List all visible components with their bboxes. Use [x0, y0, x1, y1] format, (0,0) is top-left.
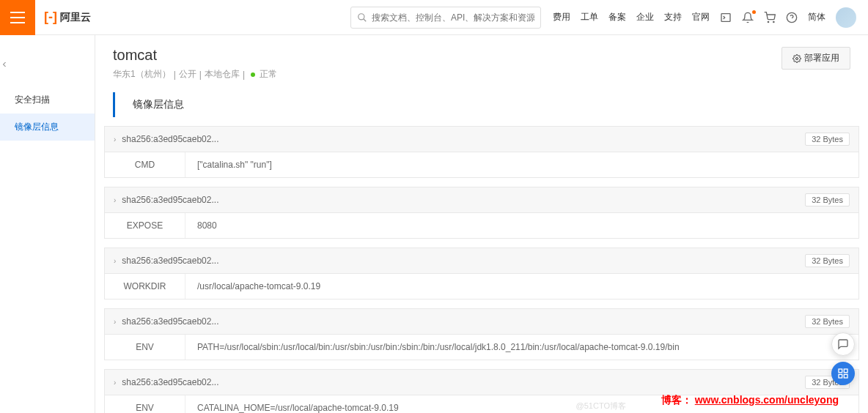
chevron-right-icon: ›	[114, 257, 116, 265]
logo-icon: [-]	[44, 10, 57, 25]
svg-rect-13	[844, 374, 847, 378]
layer-cmd-label: ENV	[105, 395, 185, 413]
layer-size-badge: 32 Bytes	[805, 315, 850, 328]
back-button[interactable]	[0, 57, 95, 72]
watermark: 博客： www.cnblogs.com/uncleyong	[661, 394, 839, 407]
layer-body: EXPOSE 8080	[105, 213, 858, 238]
search-input[interactable]	[372, 12, 534, 23]
layer-item: › sha256:a3ed95caeb02... 32 Bytes WORKDI…	[104, 248, 859, 299]
layer-size-badge: 32 Bytes	[805, 193, 850, 206]
layer-cmd-value: PATH=/usr/local/sbin:/usr/local/bin:/usr…	[185, 335, 858, 360]
chat-icon	[837, 338, 849, 350]
layer-hash: sha256:a3ed95caeb02...	[122, 377, 805, 387]
watermark-url: www.cnblogs.com/uncleyong	[695, 394, 839, 406]
page-meta: 华东1（杭州） | 公开 | 本地仓库 | 正常	[113, 68, 277, 81]
cart-icon[interactable]	[764, 12, 776, 23]
nav-support[interactable]: 支持	[664, 11, 682, 23]
svg-point-0	[358, 13, 364, 19]
svg-line-1	[364, 18, 367, 21]
gear-icon	[792, 54, 801, 63]
nav-enterprise[interactable]: 企业	[636, 11, 654, 23]
sidebar-item-security-scan[interactable]: 安全扫描	[0, 86, 95, 114]
layer-hash: sha256:a3ed95caeb02...	[122, 256, 805, 266]
layer-header[interactable]: › sha256:a3ed95caeb02... 32 Bytes	[105, 248, 858, 274]
layer-body: ENV PATH=/usr/local/sbin:/usr/local/bin:…	[105, 335, 858, 360]
float-chat-button[interactable]	[831, 332, 855, 356]
chevron-right-icon: ›	[114, 196, 116, 204]
layer-cmd-label: EXPOSE	[105, 213, 185, 238]
nav-beian[interactable]: 备案	[608, 11, 626, 23]
notification-icon[interactable]	[742, 12, 754, 23]
layer-item: › sha256:a3ed95caeb02... 32 Bytes CMD ["…	[104, 126, 859, 178]
nav-website[interactable]: 官网	[692, 11, 710, 23]
svg-rect-2	[721, 13, 730, 21]
chevron-right-icon: ›	[114, 379, 116, 387]
watermark-label: 博客：	[661, 394, 692, 406]
meta-repo-type: 本地仓库	[205, 68, 240, 81]
layer-cmd-label: CMD	[105, 152, 185, 177]
svg-rect-14	[839, 374, 842, 378]
layer-header[interactable]: › sha256:a3ed95caeb02... 32 Bytes	[105, 309, 858, 335]
float-apps-button[interactable]	[831, 362, 855, 385]
svg-point-7	[796, 57, 798, 59]
layer-item: › sha256:a3ed95caeb02... 32 Bytes ENV PA…	[104, 308, 859, 360]
layer-body: CMD ["catalina.sh" "run"]	[105, 152, 858, 177]
menu-toggle-button[interactable]	[0, 0, 35, 35]
layer-hash: sha256:a3ed95caeb02...	[122, 134, 805, 144]
hamburger-icon	[10, 12, 25, 23]
brand-logo[interactable]: [-] 阿里云	[44, 10, 91, 25]
layer-size-badge: 32 Bytes	[805, 133, 850, 146]
svg-rect-12	[844, 369, 847, 373]
section-title: 镜像层信息	[113, 92, 868, 117]
nav-lang[interactable]: 简体	[808, 11, 825, 23]
meta-region: 华东1（杭州）	[113, 68, 171, 81]
help-icon[interactable]	[786, 12, 798, 23]
svg-rect-11	[839, 369, 842, 373]
layer-cmd-value: ["catalina.sh" "run"]	[185, 152, 858, 177]
nav-fee[interactable]: 费用	[553, 11, 570, 23]
layer-cmd-value: /usr/local/apache-tomcat-9.0.19	[185, 274, 858, 299]
deploy-button[interactable]: 部署应用	[781, 47, 850, 70]
sidebar-item-layer-info[interactable]: 镜像层信息	[0, 114, 95, 141]
chevron-right-icon: ›	[114, 135, 116, 144]
layer-size-badge: 32 Bytes	[805, 254, 850, 267]
meta-status: 正常	[260, 68, 277, 81]
layer-cmd-label: ENV	[105, 335, 185, 360]
watermark-faint: @51CTO博客	[576, 401, 626, 412]
terminal-icon[interactable]	[720, 12, 732, 23]
notification-badge	[752, 10, 756, 14]
layer-body: WORKDIR /usr/local/apache-tomcat-9.0.19	[105, 274, 858, 299]
layer-hash: sha256:a3ed95caeb02...	[122, 195, 805, 205]
layer-header[interactable]: › sha256:a3ed95caeb02... 32 Bytes	[105, 187, 858, 213]
page-title: tomcat	[113, 47, 277, 64]
svg-point-3	[768, 21, 768, 22]
layer-header[interactable]: › sha256:a3ed95caeb02... 32 Bytes	[105, 370, 858, 395]
search-icon	[357, 12, 367, 23]
layer-header[interactable]: › sha256:a3ed95caeb02... 32 Bytes	[105, 127, 858, 152]
avatar[interactable]	[836, 7, 856, 28]
brand-name: 阿里云	[60, 11, 91, 24]
layer-cmd-label: WORKDIR	[105, 274, 185, 299]
deploy-button-label: 部署应用	[804, 52, 839, 64]
status-dot-icon	[251, 72, 255, 77]
layer-hash: sha256:a3ed95caeb02...	[122, 316, 805, 327]
layer-cmd-value: 8080	[185, 213, 858, 238]
layer-item: › sha256:a3ed95caeb02... 32 Bytes EXPOSE…	[104, 187, 859, 239]
chevron-right-icon: ›	[114, 318, 116, 326]
svg-point-4	[773, 21, 774, 22]
nav-ticket[interactable]: 工单	[581, 11, 598, 23]
grid-icon	[837, 368, 849, 379]
meta-visibility: 公开	[179, 68, 196, 81]
search-box[interactable]	[350, 7, 541, 29]
